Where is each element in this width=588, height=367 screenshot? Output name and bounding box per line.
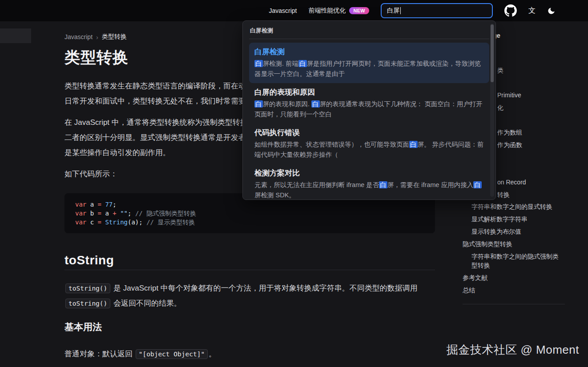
search-result-title: 代码执行错误 [254,128,484,138]
community-watermark: 掘金技术社区 @ Moment [447,342,579,358]
nav-link-performance-label: 前端性能优化 [308,7,346,15]
paragraph-plain-object: 普通对象：默认返回 "[object Object]"。 [64,347,435,362]
search-result-desc: 白屏的表现和原因. 白屏的表现通常表现为以下几种情况： 页面空白：用户打开页面时… [254,99,484,120]
toc-divider [463,304,565,304]
search-result-biaoxian-yuanyin[interactable]: 白屏的表现和原因 白屏的表现和原因. 白屏的表现通常表现为以下几种情况： 页面空… [249,83,489,124]
search-result-title: 白屏的表现和原因 [254,87,484,98]
search-input-value: 白屏 [387,7,399,15]
new-badge: NEW [349,7,369,14]
search-result-jiance-fangan-duibi[interactable]: 检测方案对比 元素，所以无法在主应用侧判断 iframe 是否白屏，需要在 if… [249,164,489,200]
dropdown-scrollbar-track[interactable] [490,24,494,197]
toc-item-explicit-string-number[interactable]: 字符串和数字之间的显式转换 [471,202,552,211]
search-result-title: 检测方案对比 [254,168,484,179]
toc-item[interactable]: 类 [497,66,503,75]
github-icon[interactable] [504,4,517,17]
toc-item-implicit-coercion[interactable]: 隐式强制类型转换 [463,239,512,248]
toc-item[interactable]: 化 [497,103,503,112]
nav-link-performance[interactable]: 前端性能优化 NEW [308,7,369,15]
code-line: var c = String(a); // 显示类型转换 [75,218,424,227]
top-navbar: Javascript 前端性能优化 NEW 白屏 文 [0,0,588,21]
search-result-daima-zhixing-cuowu[interactable]: 代码执行错误 如组件数据异常、状态管理错误等），也可能导致页面白屏。 异步代码问… [249,124,489,164]
sidebar-stub [0,28,31,43]
nav-link-javascript[interactable]: Javascript [269,7,297,14]
search-result-baiping-jiance[interactable]: 白屏检测 白屏检测. 前端白屏是指用户打开网页时，页面未能正常加载或渲染，导致浏… [249,43,489,83]
search-results-dropdown: 白屏检测 白屏检测 白屏检测. 前端白屏是指用户打开网页时，页面未能正常加载或渲… [242,20,496,200]
toc-item-to-boolean[interactable]: 显示转换为布尔值 [471,227,521,236]
toc-item[interactable]: 作为数组 [497,128,522,137]
heading-basic-usage: 基本用法 [64,321,435,333]
code-content: var a = 77;var b = a + ""; // 隐式强制类型转换va… [75,200,424,227]
breadcrumb-chevron-icon: › [96,33,98,41]
paragraph-tostring: toString() 是 JavaScript 中每个对象都有的一个方法，用于将… [64,281,435,311]
search-result-desc: 元素，所以无法在主应用侧判断 iframe 是否白屏，需要在 iframe 应用… [254,180,484,200]
breadcrumb-section[interactable]: Javascript [64,33,93,40]
search-input[interactable]: 白屏 [381,3,493,18]
dropdown-scrollbar-thumb[interactable] [491,24,494,82]
moon-icon[interactable] [547,7,556,15]
search-results-list: 白屏检测 白屏检测. 前端白屏是指用户打开网页时，页面未能正常加载或渲染，导致浏… [243,39,495,200]
toc-item-summary[interactable]: 总结 [463,286,475,295]
translate-icon[interactable]: 文 [528,6,536,16]
heading-tostring: toString [64,253,435,270]
toc-item-references[interactable]: 参考文献 [463,273,487,282]
breadcrumb-page: 类型转换 [102,33,127,41]
toc-item[interactable]: Primitive [497,91,521,100]
toc-item[interactable]: 作为函数 [497,140,522,149]
search-group-header: 白屏检测 [243,21,495,35]
search-result-desc: 如组件数据异常、状态管理错误等），也可能导致页面白屏。 异步代码问题：前端代码中… [254,140,484,160]
search-result-title: 白屏检测 [254,47,484,57]
search-result-desc: 白屏检测. 前端白屏是指用户打开网页时，页面未能正常加载或渲染，导致浏览器显示一… [254,59,484,79]
toc-item[interactable]: 转换 [497,190,510,199]
toc-item-implicit-string-number[interactable]: 字符串和数字之间的隐式强制类型转换 [471,252,563,270]
code-line: var a = 77; [75,200,424,209]
toc-item[interactable]: on Record [497,178,526,187]
toc-item-parse-number-string[interactable]: 显式解析数字字符串 [471,215,528,223]
code-line: var b = a + ""; // 隐式强制类型转换 [75,209,424,218]
text-caret [400,7,401,14]
